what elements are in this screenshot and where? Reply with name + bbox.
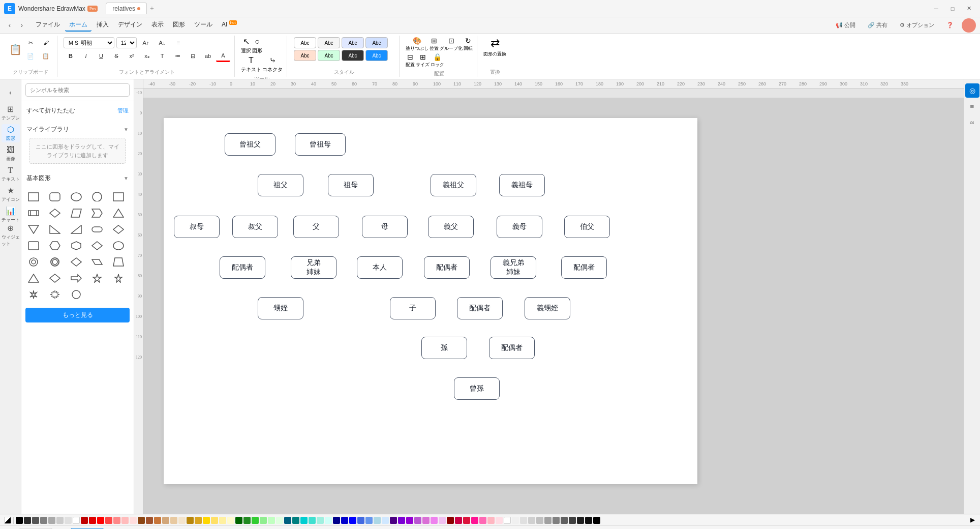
shape-hexagon[interactable] [47,239,63,253]
shape-rtriangle2[interactable] [68,222,84,237]
color-swatch[interactable] [577,517,584,524]
color-swatch[interactable] [162,517,169,524]
color-swatch[interactable] [382,517,389,524]
bold-button[interactable]: B [64,50,78,62]
node-n17[interactable]: 配偶者 [424,256,470,279]
color-swatch[interactable] [252,517,259,524]
sidebar-widget-icon[interactable]: ⊕ ウィジェット [2,226,20,244]
color-swatch[interactable] [431,517,438,524]
sidebar-image-icon[interactable]: 🖼 画像 [2,144,20,163]
shape-chevron[interactable] [89,206,105,220]
menu-view[interactable]: 表示 [147,19,168,32]
color-swatch[interactable] [455,517,462,524]
share-button[interactable]: 🔗 共有 [864,20,892,30]
close-button[interactable]: ✕ [962,4,976,14]
color-swatch[interactable] [178,517,186,524]
color-swatch[interactable] [349,517,356,524]
shape-ellipse[interactable] [68,190,84,204]
color-swatch[interactable] [276,517,283,524]
node-n26[interactable]: 曾孫 [454,377,500,400]
no-fill-color[interactable] [4,517,11,524]
color-swatch[interactable] [528,517,535,524]
color-swatch[interactable] [471,517,478,524]
shape-star2[interactable] [110,271,127,285]
color-swatch[interactable] [300,517,308,524]
format-paint-button[interactable]: 🖌 [39,37,53,49]
color-swatch[interactable] [235,517,242,524]
color-swatch[interactable] [195,517,202,524]
basic-shapes-header[interactable]: 基本図形 ▼ [25,172,130,185]
right-sidebar-properties-icon[interactable]: ≡ [965,100,979,114]
color-swatch[interactable] [317,517,324,524]
color-swatch[interactable] [365,517,373,524]
shape-star[interactable] [89,271,105,285]
manage-label[interactable]: 管理 [117,107,129,114]
fill-button[interactable]: 🎨 塗りつぶし [406,37,428,52]
style-swatch-7[interactable]: Abc [342,50,364,61]
color-swatch[interactable] [447,517,454,524]
menu-insert[interactable]: 挿入 [93,19,113,32]
sidebar-back-icon[interactable]: ‹ [2,83,20,102]
color-swatch[interactable] [97,517,104,524]
color-swatch[interactable] [544,517,552,524]
node-n20[interactable]: 甥姪 [258,297,303,319]
node-n2[interactable]: 曾祖母 [295,133,346,156]
color-swatch[interactable] [292,517,299,524]
strikethrough-button[interactable]: S [109,50,124,62]
canvas[interactable]: 曾祖父曾祖母祖父祖母義祖父義祖母叔母叔父父母義父義母伯父配偶者兄弟 姉妹本人配偶… [164,118,697,484]
tab-relatives[interactable]: relatives [106,3,147,14]
shape-star3[interactable] [25,287,42,302]
menu-design[interactable]: デザイン [114,19,146,32]
list-button[interactable]: ≔ [170,50,185,62]
cut-button[interactable]: ✂ [23,37,38,49]
nav-forward-button[interactable]: › [16,20,27,31]
font-name-select[interactable]: ＭＳ 明朝 [64,37,114,48]
shape-replace-button[interactable]: ⇄ 図形の置換 [483,37,506,57]
node-n13[interactable]: 伯父 [564,216,610,238]
node-n23[interactable]: 義甥姪 [525,297,570,319]
color-swatch[interactable] [593,517,600,524]
color-swatch[interactable] [341,517,348,524]
color-swatch[interactable] [553,517,560,524]
rotate-button[interactable]: ↻ 回転 [464,37,473,52]
shape-para2[interactable] [89,255,105,269]
color-swatch[interactable] [56,517,64,524]
color-swatch[interactable] [357,517,364,524]
node-n22[interactable]: 配偶者 [457,297,503,319]
align-arrange-button[interactable]: ⊟ 配置 [406,53,415,68]
color-swatch[interactable] [243,517,251,524]
color-swatch[interactable] [561,517,568,524]
color-swatch[interactable] [374,517,381,524]
node-n3[interactable]: 祖父 [258,174,303,196]
node-n16[interactable]: 本人 [357,256,403,279]
canvas-wrapper[interactable]: 曾祖父曾祖母祖父祖母義祖父義祖母叔母叔父父母義父義母伯父配偶者兄弟 姉妹本人配偶… [143,98,964,514]
color-swatch[interactable] [479,517,486,524]
shape-rhombus[interactable] [68,255,84,269]
italic-button[interactable]: I [79,50,93,62]
color-swatch[interactable] [219,517,226,524]
color-swatch[interactable] [414,517,421,524]
indent-button[interactable]: ⊟ [186,50,200,62]
color-swatch[interactable] [260,517,267,524]
shape-process[interactable] [25,206,42,220]
shape-donut[interactable] [25,255,42,269]
node-n19[interactable]: 配偶者 [561,256,607,279]
copy-button[interactable]: 📄 [23,50,38,62]
color-swatch[interactable] [463,517,470,524]
node-n10[interactable]: 母 [362,216,408,238]
color-swatch[interactable] [227,517,234,524]
shape-rtriangle[interactable] [47,222,63,237]
align-button[interactable]: ≡ [171,37,186,49]
position-button[interactable]: ⊞ 位置 [430,37,439,52]
node-n21[interactable]: 子 [390,297,436,319]
menu-ai[interactable]: AI hot [218,19,241,32]
color-swatch[interactable] [203,517,210,524]
color-swatch[interactable] [32,517,39,524]
color-swatch[interactable] [65,517,72,524]
color-swatch[interactable] [439,517,446,524]
color-swatch[interactable] [73,517,80,524]
superscript-button[interactable]: x² [125,50,139,62]
clipboard-paste-button[interactable]: 📋 [39,50,53,62]
font-size-select[interactable]: 12 [116,37,137,48]
color-swatch[interactable] [187,517,194,524]
